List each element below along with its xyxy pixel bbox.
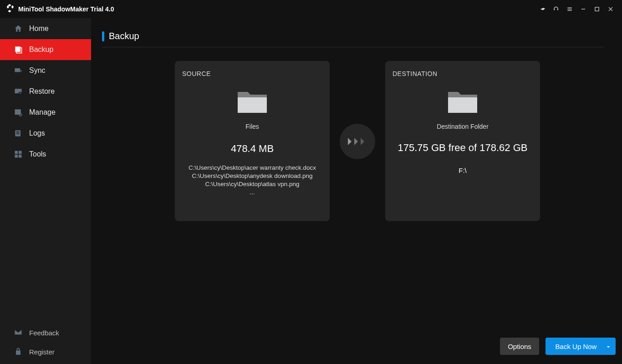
tools-icon	[14, 150, 23, 159]
svg-rect-9	[16, 131, 20, 132]
source-path: ...	[182, 188, 322, 197]
folder-icon	[446, 86, 479, 114]
source-path: C:\Users\cy\Desktop\anydesk download.png	[182, 172, 322, 180]
svg-rect-0	[581, 9, 585, 9]
source-type: Files	[182, 123, 322, 130]
sidebar-item-label: Restore	[29, 87, 55, 96]
sidebar-item-home[interactable]: Home	[0, 18, 91, 39]
svg-rect-17	[448, 97, 477, 113]
folder-icon	[236, 86, 269, 114]
titlebar: MiniTool ShadowMaker Trial 4.0	[0, 0, 622, 18]
svg-rect-8	[15, 130, 20, 136]
sidebar-item-restore[interactable]: Restore	[0, 81, 91, 102]
svg-rect-12	[15, 151, 18, 154]
destination-card[interactable]: DESTINATION Destination Folder 175.75 GB…	[385, 61, 540, 221]
sidebar-footer-label: Register	[29, 348, 55, 356]
app-logo-icon	[5, 3, 15, 15]
sidebar-item-label: Manage	[29, 108, 56, 116]
sidebar-item-label: Backup	[29, 46, 53, 54]
sidebar-item-label: Home	[29, 25, 49, 33]
content-area: Backup SOURCE Files 478.4 MB C:\Users\cy…	[91, 18, 622, 364]
menu-icon[interactable]	[563, 2, 576, 16]
close-icon[interactable]	[604, 2, 617, 16]
home-icon	[14, 24, 23, 33]
source-path: C:\Users\cy\Desktop\acer warranty check.…	[182, 164, 322, 172]
source-paths: C:\Users\cy\Desktop\acer warranty check.…	[182, 164, 322, 197]
destination-space: 175.75 GB free of 178.62 GB	[393, 142, 533, 154]
page-header-accent	[102, 31, 104, 41]
page-header: Backup	[102, 31, 604, 47]
svg-rect-10	[16, 132, 20, 133]
sidebar-item-sync[interactable]: Sync	[0, 60, 91, 81]
sidebar-item-label: Tools	[29, 150, 46, 158]
backup-icon	[14, 45, 23, 54]
svg-rect-15	[19, 155, 22, 158]
backup-now-label: Back Up Now	[556, 343, 597, 350]
svg-rect-14	[15, 155, 18, 158]
sidebar-item-label: Sync	[29, 66, 46, 75]
source-path: C:\Users\cy\Desktop\atlas vpn.png	[182, 180, 322, 188]
source-size: 478.4 MB	[182, 143, 322, 155]
sidebar-footer-register[interactable]: Register	[0, 342, 91, 361]
svg-rect-13	[19, 151, 22, 154]
sidebar-item-label: Logs	[29, 129, 45, 137]
sync-icon	[14, 66, 23, 75]
sidebar-item-logs[interactable]: Logs	[0, 123, 91, 144]
register-icon	[14, 347, 23, 356]
destination-label: DESTINATION	[393, 70, 533, 77]
key-icon[interactable]	[535, 2, 549, 16]
sidebar-footer-label: Feedback	[29, 329, 59, 337]
headphones-icon[interactable]	[549, 2, 563, 16]
page-title: Backup	[109, 31, 139, 41]
svg-rect-6	[15, 109, 21, 115]
logs-icon	[14, 129, 23, 138]
feedback-icon	[14, 328, 23, 337]
arrow-icon	[340, 124, 375, 159]
minimize-icon[interactable]	[576, 2, 590, 16]
action-bar: Options Back Up Now	[500, 338, 616, 355]
svg-rect-1	[595, 7, 599, 11]
destination-path: F:\	[393, 167, 533, 174]
svg-rect-16	[238, 97, 267, 113]
chevron-down-icon	[607, 343, 610, 350]
app-title: MiniTool ShadowMaker Trial 4.0	[18, 5, 114, 13]
backup-now-button[interactable]: Back Up Now	[546, 338, 616, 355]
options-button[interactable]: Options	[500, 338, 539, 355]
restore-icon	[14, 87, 23, 96]
svg-rect-11	[16, 134, 20, 134]
source-label: SOURCE	[182, 70, 322, 77]
sidebar-item-manage[interactable]: Manage	[0, 102, 91, 123]
sidebar-footer-feedback[interactable]: Feedback	[0, 323, 91, 342]
maximize-icon[interactable]	[590, 2, 604, 16]
sidebar-item-backup[interactable]: Backup	[0, 39, 91, 60]
destination-type: Destination Folder	[393, 123, 533, 130]
source-card[interactable]: SOURCE Files 478.4 MB C:\Users\cy\Deskto…	[175, 61, 330, 221]
sidebar: Home Backup Sync Restore	[0, 18, 91, 364]
manage-icon	[14, 108, 23, 117]
sidebar-item-tools[interactable]: Tools	[0, 144, 91, 165]
